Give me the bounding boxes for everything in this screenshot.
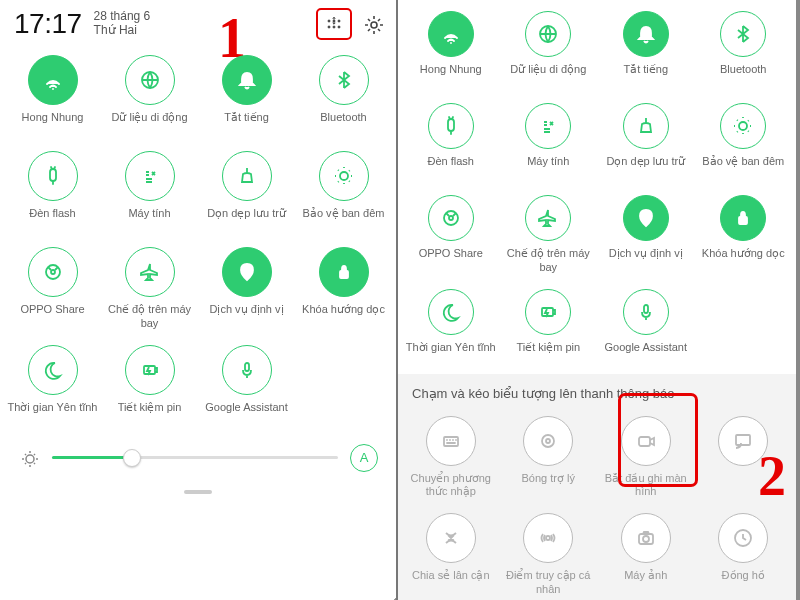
qs-toggle[interactable]: [125, 247, 175, 297]
qs-toggle[interactable]: [428, 103, 474, 149]
qs-tile[interactable]: Tắt tiếng: [202, 55, 292, 137]
qs-toggle[interactable]: [28, 345, 78, 395]
qs-toggle[interactable]: [125, 345, 175, 395]
qs-toggle[interactable]: [426, 513, 476, 563]
qs-tile[interactable]: Dọn dẹp lưu trữ: [202, 151, 292, 233]
qs-toggle[interactable]: [28, 247, 78, 297]
qs-tile-label: Tiết kiệm pin: [118, 401, 182, 427]
gear-icon[interactable]: [362, 13, 384, 35]
qs-tile[interactable]: Chuyển phương thức nhập: [406, 416, 496, 500]
qs-toggle[interactable]: [125, 151, 175, 201]
qs-toggle[interactable]: [428, 11, 474, 57]
moon-icon: [41, 358, 65, 382]
qs-toggle[interactable]: [718, 513, 768, 563]
qs-tile[interactable]: Đèn flash: [406, 103, 496, 181]
qs-tile[interactable]: Khóa hướng dọc: [299, 247, 389, 331]
qs-toggle[interactable]: [720, 195, 766, 241]
qs-tile[interactable]: Bảo vệ ban đêm: [299, 151, 389, 233]
qs-tile[interactable]: Tiết kiệm pin: [105, 345, 195, 427]
qs-tile[interactable]: Chế độ trên máy bay: [503, 195, 593, 275]
qs-tile[interactable]: Tiết kiệm pin: [503, 289, 593, 367]
qs-tile[interactable]: Đèn flash: [8, 151, 98, 233]
qs-tile-label: Máy ảnh: [624, 569, 667, 595]
qs-tile[interactable]: Đồng hồ: [698, 513, 788, 597]
qs-toggle[interactable]: [623, 289, 669, 335]
qs-tile[interactable]: Máy ảnh: [601, 513, 691, 597]
panel-drag-handle[interactable]: [184, 490, 212, 494]
qs-tile[interactable]: Dữ liệu di động: [105, 55, 195, 137]
batt-icon: [536, 300, 560, 324]
qs-tile[interactable]: Bluetooth: [299, 55, 389, 137]
qs-tile[interactable]: Bóng trợ lý: [503, 416, 593, 500]
qs-tile[interactable]: Tắt tiếng: [601, 11, 691, 89]
qs-toggle[interactable]: [720, 103, 766, 149]
qs-toggle[interactable]: [623, 11, 669, 57]
edit-tiles-button[interactable]: [316, 8, 352, 40]
qs-tile[interactable]: Google Assistant: [202, 345, 292, 427]
qs-tile[interactable]: Bluetooth: [698, 11, 788, 89]
qs-toggle[interactable]: [426, 416, 476, 466]
qs-toggle[interactable]: [621, 513, 671, 563]
qs-tile-label: Máy tính: [128, 207, 170, 233]
qs-tile-label: Máy tính: [527, 155, 569, 181]
qs-toggle[interactable]: [222, 345, 272, 395]
night-icon: [731, 114, 755, 138]
qs-toggle[interactable]: [525, 103, 571, 149]
qs-tile[interactable]: Điểm truy cập cá nhân: [503, 513, 593, 597]
qs-toggle[interactable]: [28, 151, 78, 201]
qs-tile[interactable]: Google Assistant: [601, 289, 691, 367]
qs-tile[interactable]: Hong Nhung: [8, 55, 98, 137]
qs-toggle[interactable]: [523, 416, 573, 466]
loc-icon: [235, 260, 259, 284]
qs-toggle[interactable]: [428, 195, 474, 241]
qs-toggle[interactable]: [125, 55, 175, 105]
qs-toggle[interactable]: [525, 11, 571, 57]
qs-tile-label: Google Assistant: [604, 341, 687, 367]
qs-toggle[interactable]: [222, 151, 272, 201]
qs-tile[interactable]: Thời gian Yên tĩnh: [406, 289, 496, 367]
qs-toggle[interactable]: [523, 513, 573, 563]
qs-toggle[interactable]: [319, 151, 369, 201]
bt-icon: [731, 22, 755, 46]
qs-toggle[interactable]: [319, 55, 369, 105]
qs-toggle[interactable]: [720, 11, 766, 57]
qs-tile-label: Đồng hồ: [722, 569, 765, 595]
qs-toggle[interactable]: [525, 195, 571, 241]
globe-icon: [536, 22, 560, 46]
auto-brightness-button[interactable]: A: [350, 444, 378, 472]
qs-toggle[interactable]: [623, 195, 669, 241]
qs-toggle[interactable]: [28, 55, 78, 105]
right-panel: Hong NhungDữ liệu di độngTắt tiếngBlueto…: [398, 0, 796, 600]
qs-tile[interactable]: Dịch vụ định vị: [202, 247, 292, 331]
cam2-icon: [634, 526, 658, 550]
otarget-icon: [536, 429, 560, 453]
brightness-slider[interactable]: A: [0, 434, 396, 482]
qs-tile[interactable]: Máy tính: [503, 103, 593, 181]
lock-icon: [731, 206, 755, 230]
qs-toggle[interactable]: [319, 247, 369, 297]
qs-tile[interactable]: Chia sẻ lân cận: [406, 513, 496, 597]
qs-tile[interactable]: Dữ liệu di động: [503, 11, 593, 89]
qs-tile[interactable]: Dọn dẹp lưu trữ: [601, 103, 691, 181]
qs-tile-label: Tắt tiếng: [623, 63, 668, 89]
flash-icon: [41, 164, 65, 188]
qs-tile[interactable]: OPPO Share: [8, 247, 98, 331]
qs-tile[interactable]: Chế độ trên máy bay: [105, 247, 195, 331]
qs-toggle[interactable]: [222, 247, 272, 297]
qs-tile[interactable]: Dịch vụ định vị: [601, 195, 691, 275]
qs-tile[interactable]: Khóa hướng dọc: [698, 195, 788, 275]
qs-toggle[interactable]: [428, 289, 474, 335]
qs-tile[interactable]: Bảo vệ ban đêm: [698, 103, 788, 181]
qs-tile-label: Dữ liệu di động: [510, 63, 586, 89]
qs-tile[interactable]: OPPO Share: [406, 195, 496, 275]
qs-tile[interactable]: Máy tính: [105, 151, 195, 233]
qs-tile-label: Chế độ trên máy bay: [105, 303, 195, 331]
qs-toggle[interactable]: [623, 103, 669, 149]
qs-tile-label: Thời gian Yên tĩnh: [8, 401, 98, 427]
qs-toggle[interactable]: [525, 289, 571, 335]
qs-tile[interactable]: Thời gian Yên tĩnh: [8, 345, 98, 427]
qs-tile[interactable]: Hong Nhung: [406, 11, 496, 89]
qs-toggle[interactable]: [222, 55, 272, 105]
qs-tile-label: Thời gian Yên tĩnh: [406, 341, 496, 367]
status-bar: 17:17 28 tháng 6 Thứ Hai: [0, 0, 396, 44]
